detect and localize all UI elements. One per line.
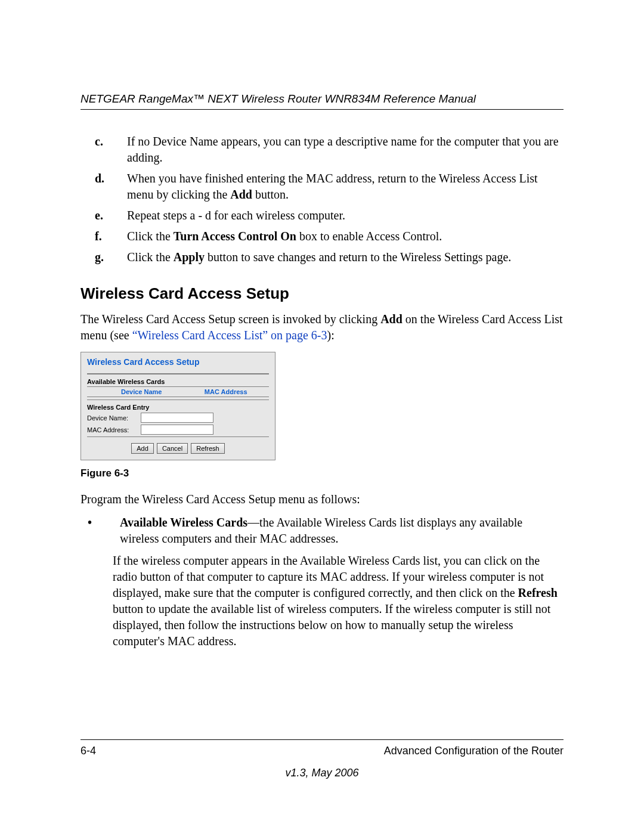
device-name-label: Device Name: <box>87 414 141 422</box>
mac-address-label: MAC Address: <box>87 426 141 433</box>
wireless-card-entry-label: Wireless Card Entry <box>87 404 269 411</box>
step-label: e. <box>80 208 127 224</box>
text: Repeat steps a - d for each wireless com… <box>127 209 345 222</box>
post-figure-intro: Program the Wireless Card Access Setup m… <box>80 491 564 507</box>
text: When you have finished entering the MAC … <box>127 172 538 201</box>
available-cards-table: Device Name MAC Address <box>87 386 269 397</box>
button-row: Add Cancel Refresh <box>87 443 269 454</box>
step-g: g. Click the Apply button to save change… <box>80 249 564 265</box>
text: button to update the available list of w… <box>113 602 550 648</box>
page-footer: 6-4 Advanced Configuration of the Router… <box>80 739 564 779</box>
bold: Turn Access Control On <box>174 230 296 243</box>
figure-caption: Figure 6-3 <box>80 467 564 479</box>
step-label: f. <box>80 228 127 244</box>
text: If no Device Name appears, you can type … <box>127 135 559 164</box>
chapter-title: Advanced Configuration of the Router <box>384 745 564 757</box>
col-mac-address: MAC Address <box>182 387 269 397</box>
cancel-button[interactable]: Cancel <box>157 443 188 454</box>
section-intro: The Wireless Card Access Setup screen is… <box>80 311 564 343</box>
bullet-marker: • <box>80 515 120 547</box>
text: Click the <box>127 250 174 264</box>
step-text: Click the Turn Access Control On box to … <box>127 228 564 244</box>
divider <box>87 373 269 374</box>
step-label: g. <box>80 249 127 265</box>
step-text: When you have finished entering the MAC … <box>127 171 564 203</box>
step-text: If no Device Name appears, you can type … <box>127 134 564 166</box>
step-d: d. When you have finished entering the M… <box>80 171 564 203</box>
mac-address-row: MAC Address: <box>87 425 269 435</box>
step-label: c. <box>80 134 127 166</box>
device-name-row: Device Name: <box>87 413 269 423</box>
add-button[interactable]: Add <box>131 443 154 454</box>
bullet-continuation: If the wireless computer appears in the … <box>113 553 564 649</box>
text: If the wireless computer appears in the … <box>113 554 544 599</box>
radio-column <box>87 387 100 397</box>
text: button. <box>252 188 289 201</box>
figure-title: Wireless Card Access Setup <box>87 356 269 371</box>
step-f: f. Click the Turn Access Control On box … <box>80 228 564 244</box>
text: button to save changes and return to the… <box>205 250 511 264</box>
bullet-text: Available Wireless Cards—the Available W… <box>120 515 564 547</box>
figure-screenshot: Wireless Card Access Setup Available Wir… <box>80 352 275 460</box>
step-c: c. If no Device Name appears, you can ty… <box>80 134 564 166</box>
col-device-name: Device Name <box>100 387 182 397</box>
text: Click the <box>127 230 174 243</box>
divider <box>87 400 269 400</box>
doc-version: v1.3, May 2006 <box>80 767 564 779</box>
bullet-item: • Available Wireless Cards—the Available… <box>80 515 564 547</box>
page-number: 6-4 <box>80 745 96 757</box>
bold: Available Wireless Cards <box>120 516 247 529</box>
cross-ref-link[interactable]: “Wireless Card Access List” on page 6-3 <box>132 329 327 342</box>
bold: Refresh <box>518 586 558 599</box>
step-label: d. <box>80 171 127 203</box>
step-e: e. Repeat steps a - d for each wireless … <box>80 208 564 224</box>
mac-address-input[interactable] <box>141 425 213 435</box>
refresh-button[interactable]: Refresh <box>191 443 225 454</box>
text: box to enable Access Control. <box>296 230 442 243</box>
step-text: Repeat steps a - d for each wireless com… <box>127 208 564 224</box>
device-name-input[interactable] <box>141 413 213 423</box>
running-header: NETGEAR RangeMax™ NEXT Wireless Router W… <box>80 92 564 110</box>
bold: Add <box>230 188 252 201</box>
text: ): <box>327 329 335 342</box>
bold: Add <box>380 312 402 326</box>
bold: Apply <box>174 250 205 264</box>
available-cards-label: Available Wireless Cards <box>87 378 269 385</box>
text: The Wireless Card Access Setup screen is… <box>80 312 380 326</box>
section-heading: Wireless Card Access Setup <box>80 284 564 303</box>
divider <box>87 436 269 437</box>
step-list: c. If no Device Name appears, you can ty… <box>80 134 564 265</box>
step-text: Click the Apply button to save changes a… <box>127 249 564 265</box>
